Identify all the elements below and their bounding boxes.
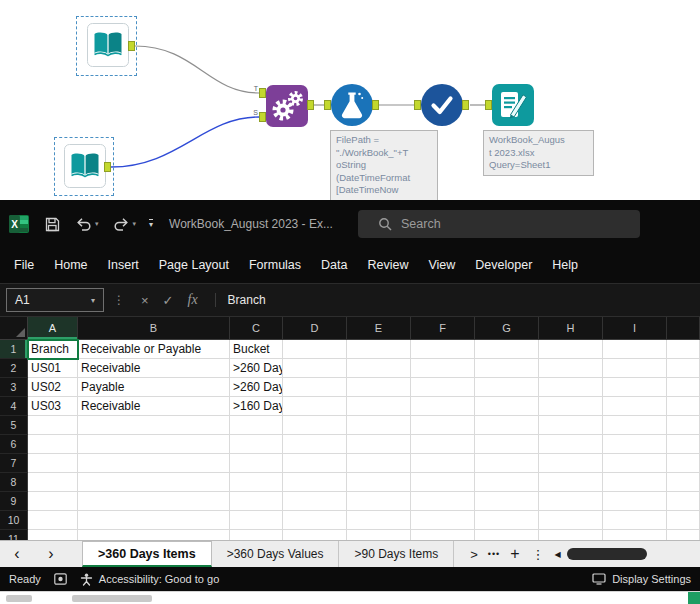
cell-H7[interactable] xyxy=(539,454,603,473)
cell-J3[interactable] xyxy=(667,378,700,397)
sheet-tab-360-days-items[interactable]: >360 Days Items xyxy=(82,541,212,567)
sheet-tab-90-days-items[interactable]: >90 Days Items xyxy=(339,541,454,567)
cell-B9[interactable] xyxy=(78,492,230,511)
cell-C3[interactable]: >260 Days xyxy=(230,378,283,397)
cell-B10[interactable] xyxy=(78,511,230,530)
cell-I7[interactable] xyxy=(603,454,667,473)
cell-I3[interactable] xyxy=(603,378,667,397)
cell-H1[interactable] xyxy=(539,340,603,359)
cell-D4[interactable] xyxy=(283,397,347,416)
column-header-C[interactable]: C xyxy=(230,317,283,340)
menu-tab-help[interactable]: Help xyxy=(542,248,588,283)
cell-A10[interactable] xyxy=(28,511,78,530)
cell-G11[interactable] xyxy=(475,530,539,540)
column-header-G[interactable]: G xyxy=(475,317,539,340)
cell-F10[interactable] xyxy=(411,511,475,530)
cell-H8[interactable] xyxy=(539,473,603,492)
cell-B7[interactable] xyxy=(78,454,230,473)
cell-C4[interactable]: >160 Days xyxy=(230,397,283,416)
row-header-9[interactable]: 9 xyxy=(0,492,28,511)
cell-E7[interactable] xyxy=(347,454,411,473)
row-header-10[interactable]: 10 xyxy=(0,511,28,530)
output-anchor-input-2[interactable] xyxy=(104,162,111,172)
cell-C5[interactable] xyxy=(230,416,283,435)
cell-E9[interactable] xyxy=(347,492,411,511)
cell-H2[interactable] xyxy=(539,359,603,378)
input-anchor-flask[interactable] xyxy=(324,100,331,110)
cell-J1[interactable] xyxy=(667,340,700,359)
new-sheet-button[interactable]: + xyxy=(510,541,519,567)
cell-D10[interactable] xyxy=(283,511,347,530)
cell-G1[interactable] xyxy=(475,340,539,359)
cell-F5[interactable] xyxy=(411,416,475,435)
display-settings-button[interactable]: Display Settings xyxy=(592,573,691,585)
horizontal-scrollbar-thumb[interactable] xyxy=(567,548,647,560)
row-header-6[interactable]: 6 xyxy=(0,435,28,454)
cell-G9[interactable] xyxy=(475,492,539,511)
column-header-partial[interactable] xyxy=(667,317,700,340)
column-header-B[interactable]: B xyxy=(78,317,230,340)
input-data-tool-1-icon[interactable] xyxy=(87,23,129,67)
cell-B6[interactable] xyxy=(78,435,230,454)
cell-H10[interactable] xyxy=(539,511,603,530)
checkmark-tool-icon[interactable] xyxy=(421,84,463,126)
cell-I6[interactable] xyxy=(603,435,667,454)
cell-H11[interactable] xyxy=(539,530,603,540)
column-header-D[interactable]: D xyxy=(283,317,347,340)
cell-G4[interactable] xyxy=(475,397,539,416)
cell-J8[interactable] xyxy=(667,473,700,492)
cell-A8[interactable] xyxy=(28,473,78,492)
cell-B2[interactable]: Receivable xyxy=(78,359,230,378)
cell-C8[interactable] xyxy=(230,473,283,492)
cell-G5[interactable] xyxy=(475,416,539,435)
input-data-tool-2-icon[interactable] xyxy=(64,144,106,188)
cell-I8[interactable] xyxy=(603,473,667,492)
cell-E3[interactable] xyxy=(347,378,411,397)
cell-E11[interactable] xyxy=(347,530,411,540)
more-sheets-icon[interactable]: ••• xyxy=(488,541,500,567)
save-button[interactable] xyxy=(44,216,61,233)
cell-C10[interactable] xyxy=(230,511,283,530)
cell-J11[interactable] xyxy=(667,530,700,540)
cell-G7[interactable] xyxy=(475,454,539,473)
row-header-7[interactable]: 7 xyxy=(0,454,28,473)
cell-B5[interactable] xyxy=(78,416,230,435)
output-anchor-check[interactable] xyxy=(462,100,469,110)
output-anchor-flask[interactable] xyxy=(372,100,379,110)
undo-button[interactable]: ▾ xyxy=(75,217,99,232)
cell-J7[interactable] xyxy=(667,454,700,473)
cell-D6[interactable] xyxy=(283,435,347,454)
cell-B4[interactable]: Receivable xyxy=(78,397,230,416)
cell-E8[interactable] xyxy=(347,473,411,492)
cell-F2[interactable] xyxy=(411,359,475,378)
cell-I1[interactable] xyxy=(603,340,667,359)
menu-tab-review[interactable]: Review xyxy=(357,248,418,283)
cell-G3[interactable] xyxy=(475,378,539,397)
cell-D11[interactable] xyxy=(283,530,347,540)
formula-flask-tool-icon[interactable] xyxy=(331,84,373,126)
cell-A2[interactable]: US01 xyxy=(28,359,78,378)
scroll-left-arrow-icon[interactable]: ◀ xyxy=(555,541,561,567)
cell-I11[interactable] xyxy=(603,530,667,540)
cell-F11[interactable] xyxy=(411,530,475,540)
menu-tab-insert[interactable]: Insert xyxy=(98,248,149,283)
cell-G10[interactable] xyxy=(475,511,539,530)
cell-B8[interactable] xyxy=(78,473,230,492)
row-header-11[interactable]: 11 xyxy=(0,530,28,540)
cell-D1[interactable] xyxy=(283,340,347,359)
cell-D8[interactable] xyxy=(283,473,347,492)
cell-C1[interactable]: Bucket xyxy=(230,340,283,359)
select-all-corner[interactable] xyxy=(0,317,28,340)
column-header-A[interactable]: A xyxy=(28,317,78,340)
redo-button[interactable]: ▾ xyxy=(113,217,137,232)
cell-D5[interactable] xyxy=(283,416,347,435)
quick-access-toolbar-chevron-icon[interactable]: ▾ xyxy=(149,219,153,229)
input-anchor-t[interactable] xyxy=(259,88,266,98)
cell-H6[interactable] xyxy=(539,435,603,454)
output-data-tool-icon[interactable] xyxy=(492,84,534,126)
row-header-1[interactable]: 1 xyxy=(0,340,28,359)
cell-J4[interactable] xyxy=(667,397,700,416)
cell-A5[interactable] xyxy=(28,416,78,435)
cell-F1[interactable] xyxy=(411,340,475,359)
row-header-3[interactable]: 3 xyxy=(0,378,28,397)
